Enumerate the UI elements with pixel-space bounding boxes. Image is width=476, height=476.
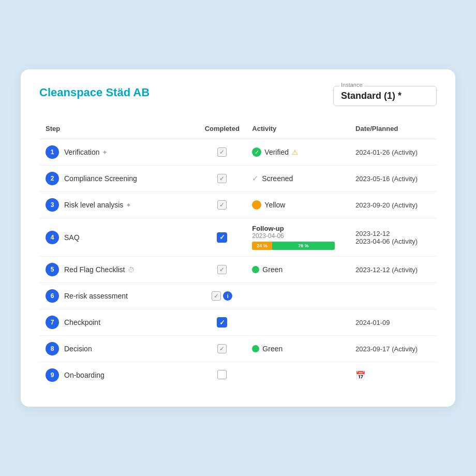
step-name-1: Verification ✦ — [64, 148, 108, 156]
completed-cell-5 — [198, 257, 246, 283]
activity-cell-2: ✓ Screened — [246, 166, 349, 192]
checkbox-empty[interactable] — [217, 370, 227, 379]
verified-icon: ✓ — [252, 147, 261, 157]
date-cell-9: 📅 — [349, 362, 437, 389]
step-name-8: Decision — [64, 345, 92, 353]
step-number-1: 1 — [46, 145, 59, 159]
step-name-5: Red Flag Checklist ⏱ — [64, 265, 135, 274]
step-cell-9: 9 On-boarding — [39, 362, 198, 389]
screened-icon: ✓ — [252, 174, 259, 183]
date-cell-7: 2024-01-09 — [349, 309, 437, 336]
completed-cell-1 — [198, 139, 246, 166]
clock-icon: ⏱ — [128, 266, 135, 274]
step-number-7: 7 — [46, 316, 59, 329]
date-line2: 2023-04-06 (Activity) — [355, 237, 430, 245]
progress-green: 76 % — [272, 242, 335, 250]
activity-label: Screened — [262, 174, 293, 183]
activity-yellow: Yellow — [252, 200, 343, 210]
activity-cell-1: ✓ Verified ⚠ — [246, 139, 349, 166]
checkbox-checked-light[interactable] — [212, 291, 221, 301]
yellow-dot-icon — [252, 200, 261, 210]
step-number-2: 2 — [46, 172, 59, 185]
date-text: 2023-12-12 (Activity) — [355, 266, 418, 274]
sparkle-icon: ✦ — [126, 201, 131, 209]
date-text: 2023-09-20 (Activity) — [355, 201, 418, 209]
table-row: 5 Red Flag Checklist ⏱ Green 2023-12-12 … — [39, 257, 437, 283]
step-name-7: Checkpoint — [64, 318, 100, 326]
table-row: 2 Compliance Screening ✓ Screened 2023-0… — [39, 166, 437, 192]
activity-screened: ✓ Screened — [252, 174, 343, 183]
step-cell-7: 7 Checkpoint — [39, 309, 198, 336]
date-cell-4: 2023-12-12 2023-04-06 (Activity) — [349, 218, 437, 257]
date-cell-2: 2023-05-16 (Activity) — [349, 166, 437, 192]
sparkle-icon: ✦ — [102, 148, 108, 156]
checkbox-checked-light[interactable] — [217, 174, 227, 183]
step-cell-5: 5 Red Flag Checklist ⏱ — [39, 257, 198, 283]
checkbox-checked-light[interactable] — [217, 265, 227, 274]
followup-date: 2023-04-06 — [252, 232, 343, 240]
checkbox-checked-solid[interactable]: ✓ — [217, 232, 227, 243]
checkbox-checked-light[interactable] — [217, 147, 227, 157]
main-card: Cleanspace Städ AB Instance Standard (1)… — [21, 69, 455, 407]
step-number-8: 8 — [46, 342, 59, 355]
date-line1: 2023-12-12 — [355, 230, 430, 237]
checkbox-checked-light[interactable] — [217, 344, 227, 353]
completed-cell-3 — [198, 192, 246, 218]
activity-verified: ✓ Verified ⚠ — [252, 147, 343, 157]
instance-box: Instance Standard (1) * — [333, 86, 437, 106]
calendar-icon: 📅 — [355, 371, 366, 380]
table-row: 7 Checkpoint ✓2024-01-09 — [39, 309, 437, 336]
warning-icon: ⚠ — [292, 148, 298, 156]
completed-cell-4: ✓ — [198, 218, 246, 257]
step-name-4: SAQ — [64, 233, 80, 242]
green-dot-icon — [252, 345, 259, 352]
col-header-step: Step — [39, 121, 198, 139]
date-cell-8: 2023-09-17 (Activity) — [349, 336, 437, 362]
info-icon[interactable]: i — [223, 291, 232, 301]
step-number-9: 9 — [46, 368, 59, 382]
progress-orange: 24 % — [252, 242, 272, 250]
table-row: 1 Verification ✦ ✓ Verified ⚠ 2024-01-26… — [39, 139, 437, 166]
card-header: Cleanspace Städ AB Instance Standard (1)… — [39, 86, 437, 106]
step-name-9: On-boarding — [64, 371, 105, 379]
activity-cell-6 — [246, 283, 349, 309]
activity-label: Green — [262, 345, 282, 353]
step-cell-2: 2 Compliance Screening — [39, 166, 198, 192]
col-header-completed: Completed — [198, 121, 246, 139]
steps-table: Step Completed Activity Date/Planned 1 V… — [39, 121, 437, 388]
step-number-6: 6 — [46, 289, 59, 303]
date-cell-3: 2023-09-20 (Activity) — [349, 192, 437, 218]
activity-green: Green — [252, 345, 343, 353]
checkbox-checked-solid[interactable]: ✓ — [217, 317, 227, 328]
step-cell-3: 3 Risk level analysis ✦ — [39, 192, 198, 218]
company-title: Cleanspace Städ AB — [39, 86, 150, 99]
table-row: 4 SAQ ✓ Follow-up 2023-04-06 24 % 76 % 2… — [39, 218, 437, 257]
step-cell-8: 8 Decision — [39, 336, 198, 362]
table-row: 6 Re-risk assessment i — [39, 283, 437, 309]
step-number-3: 3 — [46, 198, 59, 212]
activity-cell-9 — [246, 362, 349, 389]
instance-label: Instance — [339, 82, 365, 88]
activity-cell-5: Green — [246, 257, 349, 283]
step-cell-6: 6 Re-risk assessment — [39, 283, 198, 309]
activity-cell-4: Follow-up 2023-04-06 24 % 76 % — [246, 218, 349, 257]
table-row: 3 Risk level analysis ✦ Yellow 2023-09-2… — [39, 192, 437, 218]
step-name-6: Re-risk assessment — [64, 292, 128, 300]
checkbox-checked-light[interactable] — [217, 200, 227, 210]
step-number-4: 4 — [46, 231, 59, 244]
completed-cell-6: i — [198, 283, 246, 309]
instance-value: Standard (1) * — [341, 91, 429, 101]
step-name-3: Risk level analysis ✦ — [64, 201, 131, 209]
date-cell-6 — [349, 283, 437, 309]
activity-followup: Follow-up 2023-04-06 24 % 76 % — [252, 225, 343, 250]
date-cell-1: 2024-01-26 (Activity) — [349, 139, 437, 166]
step-name-2: Compliance Screening — [64, 174, 137, 183]
green-dot-icon — [252, 266, 259, 273]
table-row: 8 Decision Green 2023-09-17 (Activity) — [39, 336, 437, 362]
step-cell-4: 4 SAQ — [39, 218, 198, 257]
date-text: 2024-01-26 (Activity) — [355, 148, 418, 156]
progress-bar: 24 % 76 % — [252, 242, 335, 250]
followup-label: Follow-up — [252, 225, 343, 232]
col-header-activity: Activity — [246, 121, 349, 139]
activity-label: Verified — [264, 148, 289, 156]
